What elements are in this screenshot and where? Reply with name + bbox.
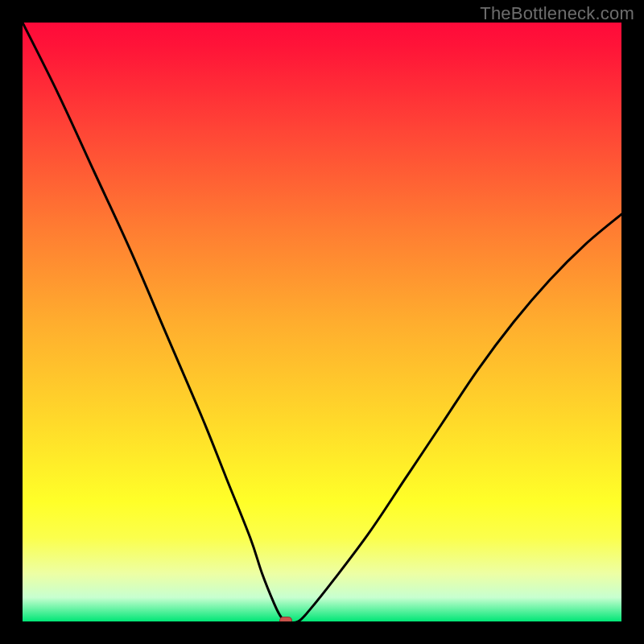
optimal-point-marker [279, 617, 292, 621]
bottleneck-curve [23, 23, 621, 621]
plot-area [23, 23, 621, 621]
watermark-text: TheBottleneck.com [480, 3, 634, 24]
chart-frame: TheBottleneck.com [0, 0, 644, 644]
